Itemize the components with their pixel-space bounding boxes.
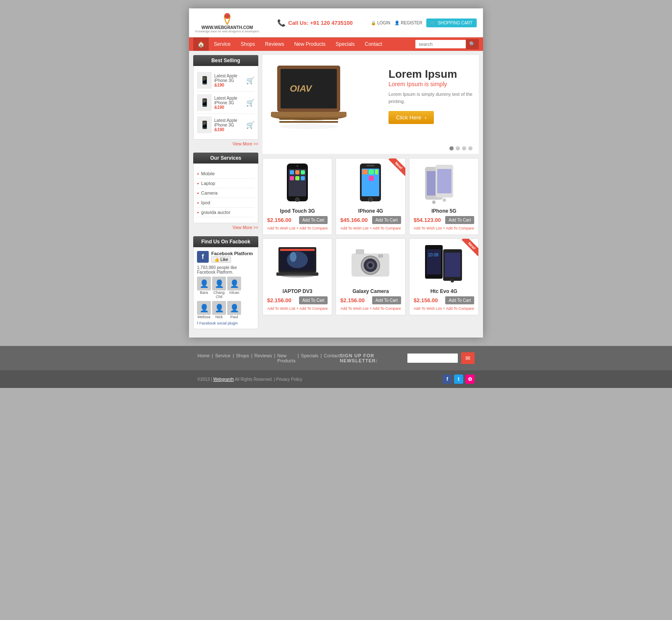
login-button[interactable]: 🔒 LOGIN (371, 21, 390, 25)
wish-list-galaxy-camera[interactable]: Add To Wish List (340, 306, 368, 311)
add-cart-icon-2[interactable]: 🛒 (246, 99, 255, 107)
product-name-2: Latest Apple iPhone 3G (214, 96, 244, 105)
dot-1[interactable] (449, 146, 454, 150)
best-selling-title: Best Selling (193, 55, 258, 66)
facebook-social-icon[interactable]: f (443, 375, 452, 384)
svg-rect-23 (366, 165, 375, 166)
svg-point-12 (295, 198, 299, 202)
footer-link-new-products[interactable]: New Products (277, 353, 295, 363)
compare-iphone-5g[interactable]: + Add To Compare (443, 226, 474, 230)
nav-service[interactable]: Service (209, 38, 236, 50)
logo-icon (221, 13, 234, 25)
nav-specials[interactable]: Specials (331, 38, 360, 50)
shopping-cart-button[interactable]: 🛒 SHOPPING CART (426, 18, 477, 27)
svg-point-9 (279, 124, 338, 129)
add-cart-icon-1[interactable]: 🛒 (246, 77, 255, 84)
nav-shops[interactable]: Shops (236, 38, 260, 50)
hero-area: OIAV Lorem Ipsum Lorem Ipsum is simply (262, 55, 479, 333)
compare-galaxy-camera[interactable]: + Add To Compare (370, 306, 401, 311)
dot-2[interactable] (456, 146, 460, 150)
service-ipod[interactable]: Ipod (197, 198, 255, 208)
fb-person-changchil: 👤 Chang Chil (212, 277, 226, 299)
flickr-social-icon[interactable]: ✿ (465, 375, 475, 384)
dot-4[interactable] (468, 146, 472, 150)
add-to-cart-laptop-dv3[interactable]: Add To Cart (299, 296, 328, 304)
fb-name-bara: Bara (200, 290, 208, 295)
compare-htc-evo-4g[interactable]: + Add To Compare (443, 306, 474, 311)
add-to-cart-galaxy-camera[interactable]: Add To Cart (372, 296, 401, 304)
dot-3[interactable] (462, 146, 466, 150)
search-input[interactable] (415, 40, 466, 48)
footer-link-shops[interactable]: Shops (236, 353, 249, 363)
best-sell-item-1: 📱 Latest Apple iPhone 3G &190 🛒 (197, 69, 255, 92)
add-to-cart-htc-evo-4g[interactable]: Add To Cart (445, 296, 474, 304)
svg-rect-47 (356, 249, 364, 254)
fb-plugin-label: f Facebook social plugin (197, 321, 255, 325)
fb-name-changchil: Chang Chil (212, 290, 226, 299)
wish-list-iphone-4g[interactable]: Add To Wish List (340, 226, 368, 230)
newsletter-label: SIGN UP FOR NEWSLETTER: (340, 353, 404, 363)
service-laptop[interactable]: Laptop (197, 179, 255, 188)
svg-rect-48 (378, 254, 383, 258)
product-card-iphone-5g: IPhone 5G $54.123.00 Add To Cart Add To … (409, 158, 479, 235)
fb-avatars-row2: 👤 Melissa 👤 Nick 👤 Paul (197, 301, 255, 319)
fb-logo: f (197, 251, 209, 263)
slider-cta-button[interactable]: Click Here › (388, 111, 434, 124)
compare-ipod-touch-3g[interactable]: + Add To Compare (297, 226, 328, 230)
footer-link-service[interactable]: Service (215, 353, 231, 363)
compare-laptop-dv3[interactable]: + Add To Compare (297, 306, 328, 311)
wish-list-htc-evo-4g[interactable]: Add To Wish List (414, 306, 442, 311)
twitter-social-icon[interactable]: t (454, 375, 463, 384)
footer-link-reviews[interactable]: Reviews (255, 353, 272, 363)
fb-name-alican: Alican (229, 290, 239, 295)
services-view-more[interactable]: View More >> (193, 223, 258, 232)
slider-description: Lorem Ipsum is simply dummy text of the … (388, 91, 472, 105)
product-title-laptop-dv3: lAPTOP DV3 (267, 288, 328, 294)
phone-icon: 📞 (277, 19, 286, 27)
site-tagline: Knowledge base for web designers & devel… (195, 30, 259, 33)
compare-iphone-4g[interactable]: + Add To Compare (370, 226, 401, 230)
product-title-galaxy-camera: Galaxy Camera (340, 288, 401, 294)
products-grid: Ipod Touch 3G $2.156.00 Add To Cart Add … (262, 158, 479, 315)
product-name-1: Latest Apple iPhone 3G (214, 74, 244, 83)
newsletter-input[interactable] (407, 354, 458, 363)
footer-link-contact[interactable]: Contact (324, 353, 340, 363)
add-to-cart-iphone-5g[interactable]: Add To Cart (445, 216, 474, 224)
search-button[interactable]: 🔍 (466, 39, 479, 49)
wish-list-ipod-touch-3g[interactable]: Add To Wish List (267, 226, 295, 230)
fb-avatar-bara: 👤 (197, 277, 211, 290)
product-links-iphone-5g: Add To Wish List + Add To Compare (414, 226, 474, 230)
newsletter-submit-button[interactable]: ✉ (461, 352, 475, 364)
fb-person-bara: 👤 Bara (197, 277, 211, 299)
register-button[interactable]: 👤 REGISTER (394, 21, 422, 25)
wish-list-iphone-5g[interactable]: Add To Wish List (414, 226, 442, 230)
svg-text:10:08: 10:08 (428, 253, 438, 257)
nav-home[interactable]: 🏠 (193, 37, 209, 51)
svg-rect-37 (280, 249, 315, 251)
service-camera[interactable]: Camera (197, 188, 255, 198)
add-to-cart-ipod-touch-3g[interactable]: Add To Cart (299, 216, 328, 224)
wish-list-laptop-dv3[interactable]: Add To Wish List (267, 306, 295, 311)
add-cart-icon-3[interactable]: 🛒 (246, 121, 255, 129)
social-icons: f t ✿ (443, 375, 475, 384)
service-gravida[interactable]: gravida auctor (197, 208, 255, 217)
fb-avatar-paul: 👤 (227, 301, 241, 315)
nav-contact[interactable]: Contact (360, 38, 387, 50)
best-selling-view-more[interactable]: View More >> (193, 140, 258, 148)
slider-subtitle: Lorem Ipsum is simply (388, 81, 472, 87)
service-mobile[interactable]: Mobile (197, 169, 255, 179)
product-price-row-iphone-5g: $54.123.00 Add To Cart (414, 216, 474, 224)
footer-link-specials[interactable]: Specials (301, 353, 319, 363)
hero-slider: OIAV Lorem Ipsum Lorem Ipsum is simply (262, 55, 479, 154)
nav-reviews[interactable]: Reviews (260, 38, 289, 50)
footer-link-home[interactable]: Home (197, 353, 210, 363)
webgranth-link[interactable]: Webgranth (213, 377, 234, 382)
add-to-cart-iphone-4g[interactable]: Add To Cart (372, 216, 401, 224)
nav-new-products[interactable]: New Products (289, 38, 331, 50)
svg-rect-16 (301, 170, 305, 174)
product-info-2: Latest Apple iPhone 3G &190 (214, 96, 244, 110)
iphone-5g-svg (423, 163, 465, 205)
facebook-title: Find Us On Facbook (193, 236, 258, 247)
svg-point-41 (290, 252, 297, 262)
fb-like-button[interactable]: 👍 Like (211, 256, 231, 263)
